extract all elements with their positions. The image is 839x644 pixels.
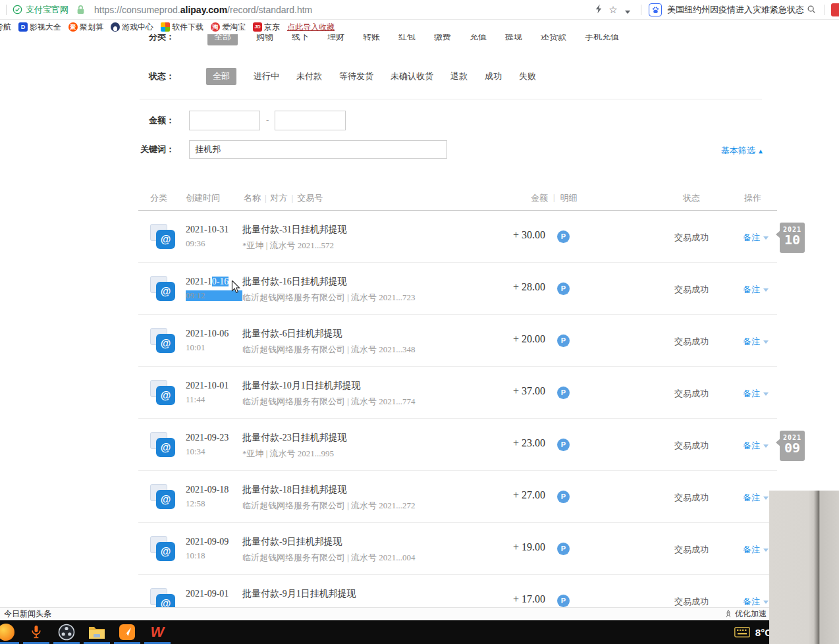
batch-payment-icon: @ bbox=[149, 431, 176, 458]
chevron-down-icon bbox=[763, 340, 769, 344]
remark-link[interactable]: 备注 bbox=[743, 492, 769, 504]
category-chip[interactable]: 缴费 bbox=[434, 34, 451, 43]
row-time: 10:01 bbox=[186, 342, 242, 353]
tao-orange-icon: 聚 bbox=[68, 22, 78, 32]
row-subtitle: 临沂超钱网络服务有限公司 | 流水号 2021...004 bbox=[242, 552, 526, 564]
alipay-detail-icon[interactable]: P bbox=[557, 387, 570, 399]
category-chip[interactable]: 提现 bbox=[505, 34, 522, 43]
status-chip[interactable]: 退款 bbox=[450, 70, 468, 82]
alipay-detail-icon[interactable]: P bbox=[557, 543, 570, 555]
news-headline-text[interactable]: 今日新闻头条 bbox=[4, 608, 51, 620]
lightning-icon[interactable] bbox=[591, 4, 606, 16]
category-chip[interactable]: 充值 bbox=[470, 34, 487, 43]
rocket-icon bbox=[724, 610, 732, 618]
bookmark-item[interactable]: 软件下载 bbox=[161, 22, 203, 33]
amount-to-input[interactable] bbox=[275, 111, 346, 130]
star-icon[interactable]: ☆ bbox=[606, 4, 620, 16]
status-chip[interactable]: 未确认收货 bbox=[391, 70, 433, 82]
promo-icon[interactable] bbox=[831, 3, 839, 16]
header-status: 状态 bbox=[645, 192, 738, 204]
triangle-up-icon: ▲ bbox=[757, 148, 764, 155]
header-created: 创建时间 bbox=[186, 192, 220, 204]
row-amount: + 30.00 bbox=[448, 229, 545, 241]
remark-link[interactable]: 备注 bbox=[743, 596, 769, 607]
table-header: 分类 创建时间 名称|对方|交易号 金额 | 明细 状态 操作 bbox=[138, 183, 777, 211]
remark-link[interactable]: 备注 bbox=[743, 232, 769, 244]
taskbar-recorder-button[interactable] bbox=[21, 620, 51, 644]
url-domain: alipay.com bbox=[180, 5, 227, 15]
site-verification-badge[interactable]: 支付宝官网 bbox=[13, 4, 68, 16]
bookmark-item[interactable]: 淘 爱淘宝 bbox=[211, 22, 246, 33]
basic-filter-link[interactable]: 基本筛选 ▲ bbox=[721, 145, 764, 157]
alipay-detail-icon[interactable]: P bbox=[557, 595, 570, 607]
status-chip[interactable]: 未付款 bbox=[296, 70, 322, 82]
remark-link[interactable]: 备注 bbox=[743, 336, 769, 348]
divider bbox=[641, 5, 641, 15]
bookmark-item[interactable]: 点此导入收藏 bbox=[287, 22, 335, 33]
keyword-label: 关键词： bbox=[125, 144, 175, 155]
divider bbox=[6, 5, 7, 15]
news-headline-bar[interactable]: 今日新闻头条 优化加速 bbox=[0, 607, 839, 620]
category-filter-row: 分类： 全部购物线下理财转账红包缴费充值提现还贷款手机充值 bbox=[0, 34, 839, 51]
keyboard-icon[interactable] bbox=[734, 627, 750, 637]
search-icon[interactable] bbox=[804, 5, 819, 16]
category-chip[interactable]: 还贷款 bbox=[541, 34, 566, 43]
taskbar-clip-app-button[interactable] bbox=[112, 620, 142, 644]
row-amount: + 20.00 bbox=[448, 333, 545, 345]
alipay-detail-icon[interactable]: P bbox=[557, 282, 570, 295]
amount-filter-row: 金额： - bbox=[0, 109, 839, 132]
status-chip[interactable]: 进行中 bbox=[254, 70, 279, 82]
bookmark-item[interactable]: 聚 聚划算 bbox=[68, 22, 103, 33]
page-content: 分类： 全部购物线下理财转账红包缴费充值提现还贷款手机充值 状态： 全部进行中未… bbox=[0, 34, 839, 607]
remark-link[interactable]: 备注 bbox=[743, 544, 769, 556]
folder-icon bbox=[88, 625, 105, 639]
optimize-link[interactable]: 优化加速 bbox=[724, 608, 767, 620]
batch-payment-icon: @ bbox=[149, 587, 176, 607]
status-chip[interactable]: 全部 bbox=[206, 68, 236, 85]
status-chip[interactable]: 等待发货 bbox=[339, 70, 373, 82]
row-status: 交易成功 bbox=[645, 492, 738, 504]
category-chip[interactable]: 手机充值 bbox=[585, 34, 619, 43]
bookmark-item[interactable]: 游戏中心 bbox=[111, 22, 153, 33]
chevron-down-icon[interactable] bbox=[620, 5, 635, 16]
category-chip[interactable]: 转账 bbox=[363, 34, 380, 43]
row-date: 2021-10-31 bbox=[186, 225, 242, 235]
category-chip[interactable]: 理财 bbox=[327, 34, 344, 43]
status-chip[interactable]: 成功 bbox=[485, 70, 502, 82]
table-row: @ 2021-09-18 12:58 批量付款-18日挂机邦提现 临沂超钱网络服… bbox=[138, 471, 777, 523]
taskbar-obs-button[interactable] bbox=[51, 620, 82, 644]
baidu-icon[interactable] bbox=[649, 3, 662, 16]
category-chip[interactable]: 线下 bbox=[292, 34, 309, 43]
alipay-detail-icon[interactable]: P bbox=[557, 230, 570, 243]
alipay-detail-icon[interactable]: P bbox=[557, 439, 570, 451]
amount-separator: - bbox=[266, 115, 269, 126]
alipay-detail-icon[interactable]: P bbox=[557, 491, 570, 503]
remark-link[interactable]: 备注 bbox=[743, 388, 769, 400]
alipay-detail-icon[interactable]: P bbox=[557, 335, 570, 347]
screen: { "colors": { "accent_blue": "#108ee9", … bbox=[0, 0, 839, 644]
batch-payment-icon: @ bbox=[149, 379, 176, 406]
row-subtitle: 临沂超钱网络服务有限公司 | 流水号 2021...723 bbox=[242, 292, 526, 304]
penguin-icon bbox=[111, 22, 120, 32]
remark-link[interactable]: 备注 bbox=[743, 284, 769, 296]
row-time: 10:18 bbox=[186, 550, 242, 561]
bookmark-item[interactable]: 导航 bbox=[0, 22, 11, 33]
header-category: 分类 bbox=[150, 192, 167, 204]
category-chip[interactable]: 购物 bbox=[256, 34, 273, 43]
hot-search-text[interactable]: 美国纽约州因疫情进入灾难紧急状态 bbox=[667, 4, 804, 16]
bookmark-item[interactable]: JD 京东 bbox=[253, 22, 280, 33]
bookmark-item[interactable]: D 影视大全 bbox=[18, 22, 61, 33]
category-chip[interactable]: 红包 bbox=[398, 34, 416, 43]
taskbar-folder-button[interactable] bbox=[82, 620, 112, 644]
batch-payment-icon: @ bbox=[149, 327, 176, 354]
category-chip[interactable]: 全部 bbox=[207, 34, 238, 45]
url-text[interactable]: https://consumeprod.alipay.com/record/st… bbox=[94, 5, 312, 15]
taskbar-wps-button[interactable]: W bbox=[142, 620, 173, 644]
status-chip[interactable]: 失败 bbox=[519, 70, 536, 82]
amount-from-input[interactable] bbox=[189, 111, 260, 130]
keyword-input[interactable] bbox=[189, 140, 447, 159]
remark-link[interactable]: 备注 bbox=[743, 440, 769, 452]
header-name: 名称|对方|交易号 bbox=[244, 192, 323, 204]
taskbar-browser-button[interactable] bbox=[0, 620, 21, 644]
row-date: 2021-09-23 bbox=[186, 433, 242, 443]
